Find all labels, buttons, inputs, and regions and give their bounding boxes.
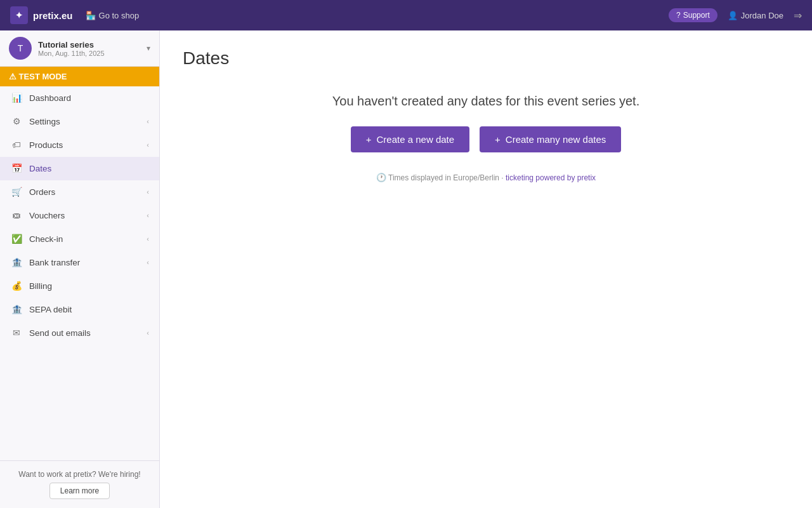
chevron-left-icon: ‹ (147, 258, 149, 266)
plus-icon: + (495, 134, 501, 145)
user-icon: 👤 (728, 11, 738, 20)
hiring-text: Want to work at pretix? We're hiring! (18, 470, 140, 479)
go-to-shop-label: Go to shop (99, 11, 140, 20)
sidebar-item-vouchers[interactable]: 🎟 Vouchers ‹ (0, 204, 159, 227)
navbar: ✦ pretix.eu 🏪 Go to shop ? Support 👤 Jor… (0, 0, 812, 30)
sidebar: T Tutorial series Mon, Aug. 11th, 2025 ▾… (0, 30, 160, 508)
sidebar-item-label: Check-in (29, 234, 147, 244)
plus-icon: + (366, 134, 372, 145)
billing-icon: 💰 (10, 281, 23, 291)
vouchers-icon: 🎟 (10, 210, 23, 220)
chevron-left-icon: ‹ (147, 117, 149, 125)
support-button[interactable]: ? Support (669, 8, 717, 22)
footer-info: 🕐 Times displayed in Europe/Berlin · tic… (183, 173, 789, 182)
sidebar-item-label: Vouchers (29, 211, 147, 220)
sidebar-item-checkin[interactable]: ✅ Check-in ‹ (0, 227, 159, 251)
support-label: Support (683, 11, 710, 20)
sidebar-item-settings[interactable]: ⚙ Settings ‹ (0, 110, 159, 133)
navbar-left: ✦ pretix.eu 🏪 Go to shop (10, 6, 139, 24)
event-info: Tutorial series Mon, Aug. 11th, 2025 (38, 40, 147, 57)
test-mode-label: ⚠ TEST MODE (9, 72, 67, 81)
dates-icon: 📅 (10, 163, 23, 173)
sidebar-item-billing[interactable]: 💰 Billing (0, 274, 159, 298)
page-title: Dates (183, 48, 789, 69)
support-icon: ? (676, 11, 681, 20)
event-date: Mon, Aug. 11th, 2025 (38, 50, 147, 57)
user-name: Jordan Doe (741, 11, 783, 20)
sidebar-nav: 📊 Dashboard ⚙ Settings ‹ 🏷 Products ‹ 📅 … (0, 86, 159, 460)
bank-transfer-icon: 🏦 (10, 257, 23, 267)
event-caret-icon: ▾ (147, 44, 150, 53)
sidebar-item-bank-transfer[interactable]: 🏦 Bank transfer ‹ (0, 251, 159, 274)
logout-icon[interactable]: ⇒ (794, 10, 802, 22)
checkin-icon: ✅ (10, 234, 23, 244)
sidebar-item-dashboard[interactable]: 📊 Dashboard (0, 86, 159, 110)
navbar-right: ? Support 👤 Jordan Doe ⇒ (669, 8, 802, 22)
event-avatar: T (9, 37, 32, 60)
chevron-left-icon: ‹ (147, 329, 149, 337)
sidebar-item-send-emails[interactable]: ✉ Send out emails ‹ (0, 321, 159, 345)
powered-by-link[interactable]: ticketing powered by pretix (506, 173, 596, 182)
orders-icon: 🛒 (10, 187, 23, 197)
sidebar-item-label: SEPA debit (29, 305, 149, 314)
event-selector[interactable]: T Tutorial series Mon, Aug. 11th, 2025 ▾ (0, 30, 159, 67)
empty-state-text: You haven't created any dates for this e… (183, 94, 789, 109)
layout: T Tutorial series Mon, Aug. 11th, 2025 ▾… (0, 30, 812, 508)
settings-icon: ⚙ (10, 116, 23, 126)
sidebar-item-sepa-debit[interactable]: 🏦 SEPA debit (0, 298, 159, 321)
create-many-dates-button[interactable]: + Create many new dates (480, 126, 621, 152)
action-buttons: + Create a new date + Create many new da… (183, 126, 789, 152)
event-name: Tutorial series (38, 40, 147, 50)
sidebar-item-label: Send out emails (29, 328, 147, 338)
create-new-date-label: Create a new date (377, 134, 455, 145)
sidebar-item-label: Billing (29, 281, 149, 291)
sidebar-item-orders[interactable]: 🛒 Orders ‹ (0, 180, 159, 204)
sidebar-item-label: Dates (29, 164, 149, 173)
chevron-left-icon: ‹ (147, 141, 149, 149)
brand-icon: ✦ (10, 6, 28, 24)
chevron-left-icon: ‹ (147, 235, 149, 243)
empty-state: You haven't created any dates for this e… (183, 94, 789, 182)
sidebar-item-products[interactable]: 🏷 Products ‹ (0, 133, 159, 157)
go-to-shop-link[interactable]: 🏪 Go to shop (86, 11, 140, 20)
sidebar-item-label: Bank transfer (29, 258, 147, 267)
send-emails-icon: ✉ (10, 328, 23, 338)
chevron-left-icon: ‹ (147, 211, 149, 219)
products-icon: 🏷 (10, 140, 23, 150)
clock-icon: 🕐 (376, 173, 386, 182)
main-content: Dates You haven't created any dates for … (160, 30, 812, 508)
brand-link[interactable]: ✦ pretix.eu (10, 6, 73, 24)
sepa-debit-icon: 🏦 (10, 304, 23, 314)
sidebar-footer: Want to work at pretix? We're hiring! Le… (0, 460, 159, 508)
sidebar-item-label: Orders (29, 187, 147, 197)
go-to-shop-icon: 🏪 (86, 11, 96, 20)
timezone-notice: Times displayed in Europe/Berlin · (388, 173, 506, 182)
create-many-dates-label: Create many new dates (506, 134, 606, 145)
chevron-left-icon: ‹ (147, 188, 149, 196)
test-mode-bar: ⚠ TEST MODE (0, 67, 159, 86)
brand-name: pretix.eu (33, 10, 73, 21)
dashboard-icon: 📊 (10, 93, 23, 103)
sidebar-item-dates[interactable]: 📅 Dates (0, 157, 159, 180)
user-menu[interactable]: 👤 Jordan Doe (728, 11, 783, 20)
sidebar-item-label: Products (29, 140, 147, 150)
learn-more-button[interactable]: Learn more (49, 483, 110, 499)
create-new-date-button[interactable]: + Create a new date (351, 126, 469, 152)
sidebar-item-label: Settings (29, 117, 147, 126)
sidebar-item-label: Dashboard (29, 93, 149, 103)
